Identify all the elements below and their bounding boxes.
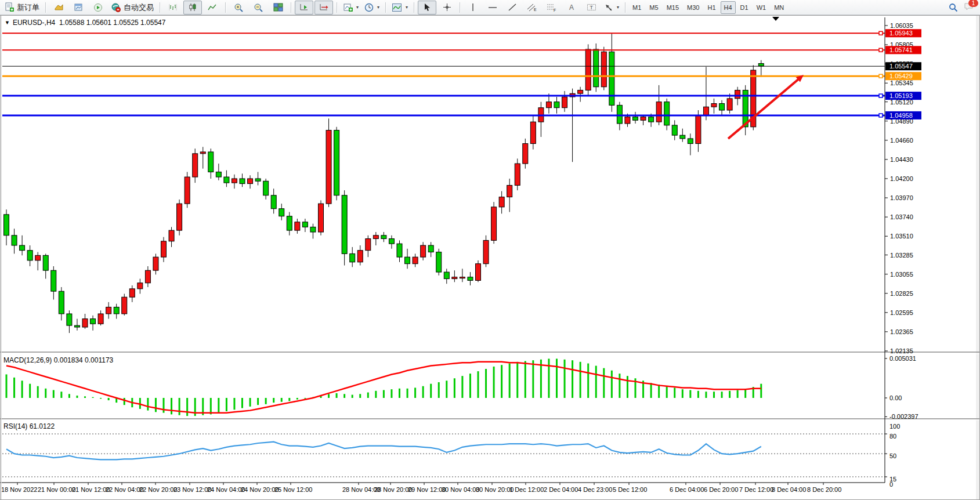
new-order-button[interactable]: 新订单	[2, 1, 42, 15]
vertical-line-button[interactable]	[464, 1, 482, 15]
svg-text:22 Nov 04:00: 22 Nov 04:00	[106, 486, 143, 493]
svg-text:7 Dec 12:00: 7 Dec 12:00	[739, 486, 773, 493]
svg-text:22 Nov 20:00: 22 Nov 20:00	[139, 486, 177, 493]
cursor-button[interactable]	[418, 1, 436, 15]
svg-text:1.05547: 1.05547	[889, 63, 913, 70]
toolbar-separator	[625, 2, 625, 13]
candlestick-chart-icon	[188, 3, 197, 12]
svg-text:100: 100	[889, 423, 900, 430]
zoom-out-button[interactable]	[249, 1, 267, 15]
equidistant-channel-icon: E	[527, 3, 537, 12]
svg-text:1.05345: 1.05345	[890, 79, 913, 86]
timeframe-button-d1[interactable]: D1	[737, 1, 752, 14]
cursor-icon	[423, 3, 431, 12]
indicators-button[interactable]: ▾	[389, 1, 410, 15]
clock-icon	[364, 3, 374, 12]
new-order-icon	[5, 2, 15, 12]
svg-text:1.02595: 1.02595	[890, 309, 913, 316]
toolbar-separator	[460, 2, 460, 13]
arrows-button[interactable]: ▾	[602, 1, 621, 15]
svg-text:-0.002397: -0.002397	[889, 413, 918, 420]
svg-text:23 Nov 12:00: 23 Nov 12:00	[173, 486, 211, 493]
timeframe-button-m5[interactable]: M5	[646, 1, 661, 14]
dropdown-caret-icon: ▾	[377, 5, 379, 10]
dropdown-caret-icon: ▾	[406, 5, 408, 10]
data-window-button[interactable]	[69, 1, 88, 15]
zoom-out-icon	[254, 3, 263, 12]
search-button[interactable]	[944, 1, 963, 15]
svg-text:28 Nov 20:00: 28 Nov 20:00	[374, 486, 412, 493]
timeframe-button-m30[interactable]: M30	[684, 1, 703, 14]
svg-text:0.005031: 0.005031	[889, 355, 916, 362]
profile-button[interactable]	[49, 1, 68, 15]
notifications-button[interactable]: 1	[964, 2, 974, 13]
new-chart-icon	[343, 3, 353, 12]
svg-text:0: 0	[889, 481, 893, 488]
price-chart-canvas[interactable]: 1.060351.058051.055751.053451.051201.048…	[0, 15, 980, 500]
svg-text:1.03285: 1.03285	[890, 252, 913, 259]
svg-text:1.03740: 1.03740	[890, 213, 913, 220]
svg-text:50: 50	[889, 452, 896, 459]
svg-text:1.06035: 1.06035	[890, 22, 913, 29]
svg-text:1.03970: 1.03970	[890, 194, 913, 201]
svg-text:21 Nov 00:00: 21 Nov 00:00	[38, 486, 75, 493]
line-chart-button[interactable]	[203, 1, 222, 15]
chart-window[interactable]: 1.060351.058051.055751.053451.051201.048…	[0, 15, 980, 500]
svg-text:24 Nov 20:00: 24 Nov 20:00	[241, 486, 279, 493]
svg-text:1.02825: 1.02825	[890, 290, 913, 297]
timeframe-button-m15[interactable]: M15	[663, 1, 682, 14]
toolbar-separator	[385, 2, 386, 13]
trendline-button[interactable]	[503, 1, 522, 15]
svg-text:2 Dec 04:00: 2 Dec 04:00	[544, 486, 578, 493]
crosshair-icon	[443, 3, 451, 12]
svg-text:80: 80	[889, 433, 896, 440]
dropdown-caret-icon: ▾	[617, 5, 619, 10]
new-chart-button[interactable]: ▾	[341, 1, 361, 15]
autotrading-button[interactable]: 自动交易	[109, 1, 156, 15]
timeframe-button-h1[interactable]: H1	[704, 1, 719, 14]
crosshair-button[interactable]	[437, 1, 456, 15]
auto-scroll-button[interactable]	[295, 1, 313, 15]
tile-windows-button[interactable]	[269, 1, 287, 15]
timeframe-button-m1[interactable]: M1	[629, 1, 645, 14]
toolbar-separator	[337, 2, 337, 13]
svg-text:8 Dec 04:00: 8 Dec 04:00	[772, 486, 806, 493]
dropdown-caret-icon: ▾	[356, 5, 359, 10]
svg-text:6 Dec 20:00: 6 Dec 20:00	[704, 486, 738, 493]
horizontal-line-button[interactable]	[483, 1, 502, 15]
timeframe-button-h4[interactable]: H4	[721, 1, 736, 14]
toolbar-separator	[414, 2, 414, 13]
zoom-in-button[interactable]	[229, 1, 248, 15]
auto-scroll-icon	[299, 3, 309, 12]
svg-text:30 Nov 04:00: 30 Nov 04:00	[442, 486, 479, 493]
timeframe-button-w1[interactable]: W1	[753, 1, 770, 14]
svg-text:1.03055: 1.03055	[890, 271, 913, 278]
chart-shift-button[interactable]	[314, 1, 333, 15]
candlestick-chart-button[interactable]	[183, 1, 202, 15]
equidistant-channel-button[interactable]: E	[523, 1, 541, 15]
toolbar-separator	[225, 2, 226, 13]
svg-text:1.05429: 1.05429	[889, 73, 913, 79]
svg-text:1.04958: 1.04958	[889, 112, 913, 119]
svg-text:1.04200: 1.04200	[890, 175, 913, 182]
periods-button[interactable]: ▾	[362, 1, 382, 15]
svg-text:1 Dec 12:00: 1 Dec 12:00	[509, 486, 544, 493]
timeframe-button-mn[interactable]: MN	[771, 1, 787, 14]
text-label-button[interactable]: T	[582, 1, 601, 15]
zoom-in-icon	[234, 3, 244, 12]
text-button[interactable]: A	[562, 1, 581, 15]
svg-text:T: T	[590, 5, 593, 10]
bar-chart-button[interactable]	[164, 1, 182, 15]
toolbar-separator	[160, 2, 160, 13]
svg-text:29 Nov 12:00: 29 Nov 12:00	[408, 486, 446, 493]
fibonacci-button[interactable]: F	[543, 1, 561, 15]
svg-text:6 Dec 04:00: 6 Dec 04:00	[670, 486, 704, 493]
svg-text:4 Dec 23:00: 4 Dec 23:00	[578, 486, 612, 493]
indicators-icon	[392, 3, 403, 12]
main-toolbar: 新订单 自动交易	[0, 0, 980, 15]
horizontal-line-icon	[488, 3, 497, 12]
text-label-icon: T	[587, 3, 596, 12]
signals-button[interactable]	[89, 1, 107, 15]
svg-text:1.04660: 1.04660	[890, 137, 913, 144]
trendline-icon	[508, 3, 517, 12]
